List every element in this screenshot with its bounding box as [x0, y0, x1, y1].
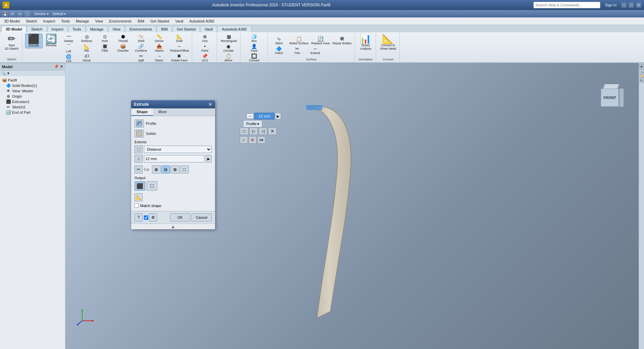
- tab-getstarted[interactable]: Get Started: [172, 26, 200, 32]
- close-button[interactable]: ✕: [636, 2, 641, 8]
- trim-button[interactable]: ✂Trim: [288, 46, 306, 55]
- box-button[interactable]: 🧊Box: [246, 34, 263, 43]
- thicken-button[interactable]: ↔Thicken/Offset: [169, 43, 190, 53]
- ok-button[interactable]: OK: [170, 213, 190, 221]
- repairbodies-button[interactable]: 🛠Repair Bodies: [331, 36, 353, 45]
- decal-button[interactable]: 🏷Decal: [78, 53, 96, 62]
- tab-vault[interactable]: Vault: [200, 26, 217, 32]
- viewport[interactable]: ↔ ▶ Profile ▾ □ ▷ ◁ ✕ ✓ ✕ ≡▾: [65, 63, 644, 349]
- deleteface-button[interactable]: ✖Delete Face: [169, 53, 190, 62]
- save-button[interactable]: 💾: [2, 11, 8, 17]
- tree-item-viewmaster[interactable]: 👁 View: Master: [1, 88, 64, 94]
- vp-more-button[interactable]: ≡▾: [257, 136, 265, 144]
- extend-button[interactable]: ↔Extend: [307, 46, 324, 55]
- tree-item-extrusion1[interactable]: ⬛ Extrusion1: [1, 99, 64, 104]
- join-button[interactable]: ⊕: [152, 165, 161, 173]
- dialog-titlebar[interactable]: Extrude ✕: [131, 100, 215, 108]
- tree-item-part8[interactable]: 📦 Part8: [1, 78, 64, 83]
- rib-button[interactable]: 📐Rib: [78, 43, 96, 53]
- face-button[interactable]: 👤Face: [246, 43, 263, 53]
- help-icon[interactable]: ?: [135, 213, 143, 221]
- scroll-pan-button[interactable]: ✋: [640, 74, 644, 78]
- ruledsurf-button[interactable]: 📋Ruled Surface: [288, 36, 310, 45]
- coil-button[interactable]: 🌀Coil: [60, 54, 77, 63]
- vp-ok-button[interactable]: ✓: [240, 136, 248, 144]
- vp-cancel-button[interactable]: ✕: [249, 136, 257, 144]
- dialog-checkbox1[interactable]: [144, 215, 148, 220]
- rectangular-button[interactable]: ▦Rectangular: [220, 34, 238, 43]
- tab-view[interactable]: View: [108, 26, 125, 32]
- tree-item-solidbodies[interactable]: 🔷 Solid Bodies(1): [1, 83, 64, 88]
- cube-top-face[interactable]: [603, 84, 619, 89]
- cancel-button[interactable]: Cancel: [192, 213, 212, 221]
- cube-right-face[interactable]: [619, 88, 624, 107]
- axis-button[interactable]: ⊕Axis: [196, 34, 214, 43]
- shell-button[interactable]: 🐚Shell: [132, 34, 150, 43]
- tab-a360[interactable]: Autodesk A360: [217, 26, 251, 32]
- settings-button[interactable]: 🔧: [24, 11, 30, 17]
- dialog-tab-more[interactable]: More: [153, 108, 172, 116]
- solid-output-button[interactable]: ⬛: [135, 181, 145, 191]
- maximize-button[interactable]: □: [629, 2, 634, 8]
- undo-button[interactable]: ↩: [9, 11, 15, 17]
- tab-bim[interactable]: BIM: [157, 26, 172, 32]
- vp-tool-1[interactable]: □: [240, 128, 249, 135]
- sweep-button[interactable]: 〰Sweep: [60, 34, 77, 43]
- dialog-close-button[interactable]: ✕: [208, 102, 212, 107]
- circular-button[interactable]: ◉Circular: [220, 43, 237, 53]
- tab-3dmodel[interactable]: 3D Model: [1, 26, 26, 32]
- solids-select-button[interactable]: [135, 130, 144, 138]
- panel-close-icon[interactable]: ✕: [60, 64, 63, 69]
- direct-button[interactable]: →Direct: [151, 53, 168, 62]
- menu-inspect[interactable]: Inspect: [41, 18, 58, 24]
- tree-item-endofpart[interactable]: 🔚 End of Part: [1, 110, 64, 115]
- vp-tool-4[interactable]: ✕: [268, 128, 277, 135]
- redo-button[interactable]: ↪: [17, 11, 23, 17]
- vp-tool-2[interactable]: ▷: [249, 128, 258, 135]
- search-input[interactable]: [533, 2, 600, 8]
- scroll-zoom-button[interactable]: 🔍: [640, 69, 644, 73]
- extents-type-select[interactable]: Distance To All To Between: [144, 146, 212, 153]
- tab-tools[interactable]: Tools: [68, 26, 86, 32]
- thread-button[interactable]: ⬢Thread: [114, 34, 132, 43]
- cut-button[interactable]: ⊖: [161, 165, 170, 173]
- loft-button[interactable]: ⌒Loft: [60, 43, 77, 53]
- tab-manage[interactable]: Manage: [86, 26, 108, 32]
- stitch-button[interactable]: ∿Stitch: [270, 36, 288, 45]
- menu-bim[interactable]: BIM: [135, 18, 147, 24]
- ucs-button[interactable]: 📌UCS: [196, 53, 214, 62]
- dimension-input[interactable]: [254, 113, 274, 119]
- extents-value-arrow[interactable]: ▶: [206, 155, 212, 162]
- menu-3dmodel[interactable]: 3D Model: [1, 18, 22, 24]
- tree-item-sketch2[interactable]: ✏ Sketch2: [1, 104, 64, 110]
- menu-a360[interactable]: Autodesk A360: [187, 18, 217, 24]
- emboss-button[interactable]: ◎Emboss: [78, 34, 96, 43]
- dialog-collapse-arrow[interactable]: ▲: [131, 223, 215, 229]
- replaceface-button[interactable]: 🔄Replace Face: [310, 36, 331, 45]
- mirror-button[interactable]: 🪞Mirror: [220, 53, 237, 62]
- dim-arrow-right[interactable]: ▶: [275, 113, 281, 119]
- surface-output-button[interactable]: □: [147, 181, 157, 191]
- point-button[interactable]: •Point: [196, 43, 214, 53]
- tab-environments[interactable]: Environments: [125, 26, 156, 32]
- intersect-button[interactable]: ⊗: [171, 165, 179, 173]
- sign-in-label[interactable]: Sign In: [602, 3, 619, 7]
- tab-sketch[interactable]: Sketch: [27, 26, 47, 32]
- minimize-button[interactable]: ─: [621, 2, 627, 8]
- derive-button[interactable]: 📏Derive: [151, 34, 168, 43]
- menu-getstarted[interactable]: Get Started: [148, 18, 172, 24]
- import-button[interactable]: 📥Import: [151, 43, 168, 53]
- menu-environments[interactable]: Environments: [106, 18, 134, 24]
- match-shape-checkbox[interactable]: [135, 203, 139, 208]
- profile-button[interactable]: Profile ▾: [243, 120, 262, 128]
- draft-button[interactable]: 📐Draft: [169, 34, 190, 43]
- menu-tools[interactable]: Tools: [58, 18, 72, 24]
- scroll-up-button[interactable]: ▲: [639, 64, 644, 68]
- tab-inspect[interactable]: Inspect: [47, 26, 68, 32]
- new-solid-button[interactable]: □: [180, 165, 189, 173]
- panel-pin-icon[interactable]: 📌: [54, 64, 59, 69]
- cube-front-face[interactable]: FRONT: [600, 88, 619, 107]
- dialog-settings-icon[interactable]: ⚙: [149, 213, 157, 221]
- tree-item-origin[interactable]: ⊕ Origin: [1, 94, 64, 99]
- stress-analysis-button[interactable]: 📊 StressAnalysis: [358, 34, 374, 51]
